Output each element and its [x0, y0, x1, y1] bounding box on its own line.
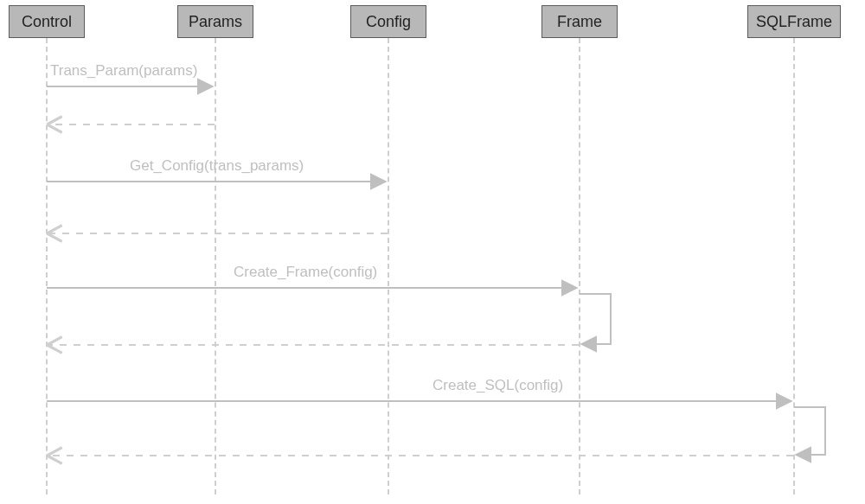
participant-label: Control	[22, 13, 72, 30]
participant-params: Params	[177, 5, 253, 38]
message-label-trans-param: Trans_Param(params)	[50, 62, 197, 80]
message-label-get-config: Get_Config(trans_params)	[130, 157, 304, 175]
participant-sqlframe: SQLFrame	[747, 5, 841, 38]
participant-label: Config	[366, 13, 411, 30]
message-label-create-sql: Create_SQL(config)	[432, 377, 563, 394]
lifeline-params	[215, 38, 216, 494]
participant-label: Params	[189, 13, 242, 30]
lifeline-frame	[579, 38, 580, 494]
lifeline-control	[46, 38, 48, 494]
message-label-create-frame: Create_Frame(config)	[234, 264, 377, 281]
self-loop	[580, 294, 611, 344]
lifeline-config	[388, 38, 389, 494]
lifeline-sqlframe	[793, 38, 795, 494]
participant-config: Config	[350, 5, 426, 38]
sequence-diagram: Control Params Config Frame SQLFrame Tra…	[0, 0, 865, 504]
participant-frame: Frame	[541, 5, 618, 38]
participant-label: SQLFrame	[756, 13, 832, 30]
self-loop	[794, 407, 825, 455]
participant-label: Frame	[557, 13, 602, 30]
participant-control: Control	[9, 5, 85, 38]
